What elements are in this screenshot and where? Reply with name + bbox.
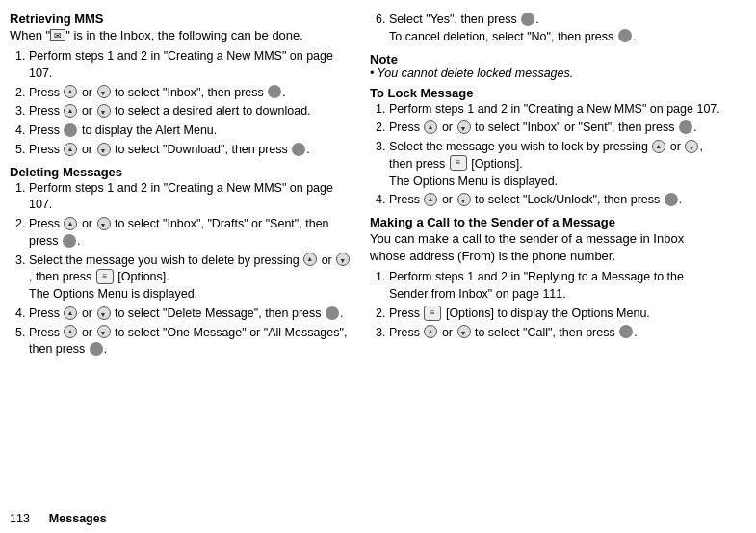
mms-icon: ✉	[50, 29, 65, 41]
list-item: Perform steps 1 and 2 in "Creating a New…	[29, 180, 352, 215]
ok-icon	[679, 120, 692, 134]
down-icon	[457, 325, 471, 338]
list-item: Press or to select "Inbox", then press .	[29, 85, 352, 102]
retrieving-mms-steps: Perform steps 1 and 2 in "Creating a New…	[10, 48, 352, 159]
making-call-intro: You can make a call to the sender of a m…	[370, 230, 722, 265]
down-icon	[97, 85, 111, 98]
ok-icon	[619, 325, 633, 338]
list-item: Perform steps 1 and 2 in "Replying to a …	[389, 269, 722, 304]
ok-icon	[665, 193, 678, 206]
note-text: • You cannot delete locked messages.	[370, 67, 722, 80]
up-icon	[303, 253, 317, 266]
note-title: Note	[370, 52, 722, 67]
ok-icon	[326, 306, 339, 320]
down-icon	[97, 104, 111, 118]
up-icon	[424, 193, 437, 206]
list-item: Press or to select "Inbox", "Drafts" or …	[29, 216, 352, 251]
ok-icon	[90, 342, 103, 356]
list-item: Press to display the Alert Menu.	[29, 122, 352, 140]
list-item: Perform steps 1 and 2 in "Creating a New…	[29, 48, 352, 83]
down-icon	[97, 306, 111, 320]
ok-icon	[63, 234, 76, 248]
section-lock-message: To Lock Message Perform steps 1 and 2 in…	[370, 86, 722, 210]
ok-icon	[268, 85, 281, 98]
up-icon	[64, 325, 77, 338]
deleting-messages-steps: Perform steps 1 and 2 in "Creating a New…	[10, 180, 352, 360]
list-item: Press or to select a desired alert to do…	[29, 103, 352, 120]
lock-message-title: To Lock Message	[370, 86, 722, 100]
down-icon	[457, 193, 471, 206]
ok-icon	[618, 29, 632, 42]
ok-icon	[521, 13, 534, 26]
up-icon	[64, 306, 77, 320]
retrieving-mms-title: Retrieving MMS	[10, 12, 352, 26]
list-item: Select the message you wish to lock by p…	[389, 139, 722, 190]
down-icon	[336, 253, 350, 266]
list-item: Perform steps 1 and 2 in "Creating a New…	[389, 101, 722, 119]
options-icon: ≡	[424, 306, 441, 321]
making-call-title: Making a Call to the Sender of a Message	[370, 215, 722, 229]
footer-label: Messages	[49, 512, 107, 525]
ok-icon	[292, 143, 305, 156]
list-item: Press or to select "Lock/Unlock", then p…	[389, 192, 722, 209]
list-item: Press or to select "Delete Message", the…	[29, 306, 352, 323]
retrieving-mms-intro: When "✉" is in the Inbox, the following …	[10, 27, 352, 44]
deleting-step6: Select "Yes", then press .To cancel dele…	[370, 12, 722, 46]
down-icon	[97, 143, 111, 156]
lock-message-steps: Perform steps 1 and 2 in "Creating a New…	[370, 101, 722, 210]
note-block: Note • You cannot delete locked messages…	[370, 52, 722, 80]
list-item: Press or to select "Inbox" or "Sent", th…	[389, 120, 722, 137]
list-item: Press or to select "One Message" or "All…	[29, 325, 352, 360]
down-icon	[97, 217, 111, 230]
up-icon	[424, 325, 437, 338]
list-item: Select the message you wish to delete by…	[29, 253, 352, 304]
up-icon	[64, 217, 77, 230]
page-footer: 113 Messages	[10, 512, 107, 525]
deleting-messages-title: Deleting Messages	[10, 165, 352, 179]
up-icon	[64, 143, 77, 156]
making-call-steps: Perform steps 1 and 2 in "Replying to a …	[370, 269, 722, 341]
up-icon	[64, 104, 77, 118]
options-icon: ≡	[450, 155, 467, 171]
down-icon	[97, 325, 111, 338]
left-column: Retrieving MMS When "✉" is in the Inbox,…	[10, 12, 366, 525]
up-icon	[424, 120, 437, 134]
list-item: Press ≡ [Options] to display the Options…	[389, 306, 722, 323]
list-item: Press or to select "Call", then press .	[389, 325, 722, 342]
section-deleting-messages: Deleting Messages Perform steps 1 and 2 …	[10, 165, 352, 360]
section-making-call: Making a Call to the Sender of a Message…	[370, 215, 722, 341]
section-retrieving-mms: Retrieving MMS When "✉" is in the Inbox,…	[10, 12, 352, 159]
down-icon	[685, 140, 698, 153]
options-icon: ≡	[96, 269, 114, 284]
down-icon	[457, 120, 471, 134]
page-number: 113	[10, 512, 30, 525]
list-item: Press or to select "Download", then pres…	[29, 142, 352, 159]
ok-icon	[64, 123, 77, 137]
up-icon	[652, 140, 665, 153]
list-item: Select "Yes", then press .To cancel dele…	[389, 12, 722, 46]
right-column: Select "Yes", then press .To cancel dele…	[366, 12, 722, 525]
up-icon	[64, 85, 77, 98]
